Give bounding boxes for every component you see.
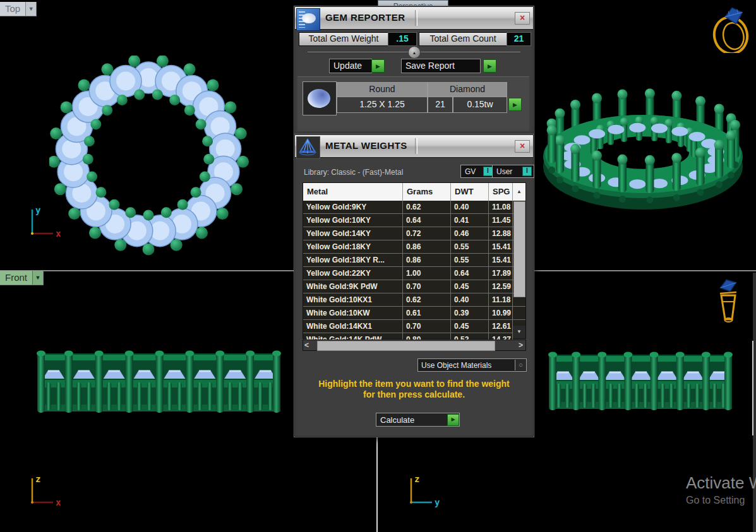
ring-profile-with-diamond-icon [707, 276, 752, 328]
metal-cell-dwt: 0.64 [451, 267, 489, 280]
metal-weights-titlebar[interactable]: METAL WEIGHTS × [295, 135, 533, 158]
metal-cell-metal: White Gold:9K PdW [303, 280, 403, 293]
metal-cell-metal: Yellow Gold:22KY [303, 267, 403, 280]
viewport-title-top-label: Top [0, 2, 25, 16]
calculate-play-icon: ▶ [447, 414, 459, 426]
metal-cell-metal: Yellow Gold:10KY [303, 214, 403, 227]
update-button[interactable]: Update [329, 59, 372, 73]
ring-with-diamond-icon [704, 5, 755, 53]
svg-text:x: x [56, 497, 61, 507]
round-gem-icon [308, 89, 330, 108]
activate-windows-watermark-sub: Go to Setting [686, 495, 745, 506]
metal-table-row[interactable]: Yellow Gold:22KY1.000.6417.89 [303, 267, 525, 280]
metal-cell-metal: White Gold:10KW [303, 307, 403, 319]
metal-cell-grams: 0.70 [403, 280, 451, 293]
close-icon[interactable]: × [515, 12, 530, 25]
vertical-scrollbar[interactable]: ▲ ▼ [513, 183, 525, 338]
viewport-title-top[interactable]: Top ▼ [0, 2, 37, 16]
metal-cell-metal: Yellow Gold:9KY [303, 201, 403, 213]
top-view-ring-model[interactable] [49, 56, 251, 257]
gem-type-header: Diamond [428, 82, 507, 97]
gem-reporter-titlebar[interactable]: GEM REPORTER × [295, 7, 533, 30]
instruction-text-line2: for then press calculate. [295, 389, 533, 399]
gem-row-play-icon[interactable]: ▶ [508, 98, 522, 111]
metal-table-body: Yellow Gold:9KY0.620.4011.08Yellow Gold:… [303, 201, 525, 346]
metal-cell-metal: White Gold:10KX1 [303, 293, 403, 306]
axis-indicator-right: z y [403, 472, 442, 509]
use-object-materials-label: Use Object Materials [421, 361, 491, 370]
window-right-edge-highlight [752, 341, 753, 435]
close-icon[interactable]: × [515, 140, 530, 153]
metal-table-row[interactable]: Yellow Gold:18KY R...0.860.5515.41 [303, 254, 525, 267]
gv-toggle-indicator: I [483, 167, 493, 176]
user-toggle-button[interactable]: User I [492, 165, 534, 178]
metal-cell-dwt: 0.39 [451, 307, 489, 319]
gem-shape-header: Round [337, 82, 428, 97]
viewport-title-front[interactable]: Front ▼ [0, 271, 44, 285]
gem-size-cell: 1.25 X 1.25 [337, 97, 428, 113]
svg-text:x: x [56, 228, 61, 239]
horizontal-scrollbar-thumb[interactable] [317, 341, 495, 351]
metal-weights-panel: METAL WEIGHTS × Library: Classic - (Fast… [294, 134, 534, 437]
perspective-view-ring-model[interactable] [537, 83, 752, 230]
metal-weights-title: METAL WEIGHTS [325, 140, 407, 151]
total-gem-count-label: Total Gem Count [419, 32, 507, 46]
calculate-button[interactable]: Calculate ▶ [376, 413, 460, 427]
metal-cell-spg: 11.08 [489, 201, 513, 213]
update-play-icon[interactable]: ▶ [371, 59, 385, 73]
metal-table-row[interactable]: Yellow Gold:9KY0.620.4011.08 [303, 201, 525, 214]
metal-table-row[interactable]: White Gold:9K PdW0.700.4512.59 [303, 280, 525, 293]
metal-weights-icon [296, 136, 320, 159]
play-icon: ▶ [376, 63, 380, 69]
side-view-ring-model[interactable] [546, 348, 736, 418]
metal-cell-dwt: 0.55 [451, 240, 489, 253]
scroll-left-icon[interactable]: < [304, 341, 309, 350]
front-view-ring-model[interactable] [35, 347, 284, 420]
gem-reporter-panel: GEM REPORTER × Total Gem Weight .15 Tota… [294, 6, 534, 134]
metal-cell-grams: 0.86 [403, 240, 451, 253]
svg-text:z: z [414, 474, 419, 484]
metal-cell-grams: 0.64 [403, 214, 451, 227]
metal-cell-spg: 11.45 [489, 214, 513, 227]
play-icon: ▶ [488, 63, 492, 69]
metal-cell-spg: 12.59 [489, 280, 513, 293]
viewport-menu-arrow-icon[interactable]: ▼ [25, 2, 36, 16]
scroll-right-icon[interactable]: > [519, 341, 523, 350]
metal-cell-dwt: 0.40 [451, 293, 489, 306]
scrollbar-thumb[interactable] [513, 201, 525, 297]
metal-table-row[interactable]: Yellow Gold:18KY0.860.5515.41 [303, 240, 525, 254]
instruction-text-line1: Highlight the item you want to find the … [295, 379, 533, 389]
horizontal-scrollbar[interactable]: < > [303, 340, 526, 351]
metal-table-row[interactable]: White Gold:10KX10.620.4011.18 [303, 293, 525, 307]
metal-cell-metal: Yellow Gold:18KY [303, 240, 403, 253]
metal-cell-grams: 0.62 [403, 201, 451, 213]
metal-table-row[interactable]: White Gold:14KX10.700.4512.61 [303, 320, 525, 333]
metal-cell-spg: 12.88 [489, 227, 513, 240]
gem-thumbnail[interactable] [303, 81, 337, 115]
viewport-menu-arrow-icon[interactable]: ▼ [32, 271, 43, 285]
metal-table-row[interactable]: Yellow Gold:14KY0.720.4612.88 [303, 227, 525, 240]
collapse-handle[interactable]: ▲ [408, 46, 421, 59]
gem-reporter-icon [296, 8, 320, 31]
titlebar-groove [415, 138, 417, 154]
scroll-down-icon[interactable]: ▼ [513, 326, 525, 338]
save-report-play-icon[interactable]: ▶ [483, 59, 496, 73]
metal-cell-metal: Yellow Gold:18KY R... [303, 254, 403, 266]
metal-cell-spg: 10.99 [489, 307, 513, 319]
metal-table-header: Metal Grams DWT SPG [303, 183, 525, 201]
metal-cell-dwt: 0.55 [451, 254, 489, 266]
user-toggle-indicator: I [522, 167, 532, 176]
gv-toggle-button[interactable]: GV I [460, 165, 495, 178]
metal-cell-grams: 1.00 [403, 267, 451, 280]
metal-table-row[interactable]: Yellow Gold:10KY0.640.4111.45 [303, 214, 525, 227]
total-gem-weight-label: Total Gem Weight [299, 32, 388, 46]
svg-text:y: y [35, 205, 41, 215]
metal-table-row[interactable]: White Gold:10KW0.610.3910.99 [303, 307, 525, 320]
metal-cell-dwt: 0.45 [451, 280, 489, 293]
gem-reporter-title: GEM REPORTER [325, 12, 405, 23]
metal-cell-dwt: 0.46 [451, 227, 489, 240]
metal-cell-grams: 0.86 [403, 254, 451, 266]
save-report-button[interactable]: Save Report [401, 59, 481, 73]
scroll-up-icon[interactable]: ▲ [513, 183, 525, 201]
use-object-materials-button[interactable]: Use Object Materials ○ [417, 358, 527, 372]
